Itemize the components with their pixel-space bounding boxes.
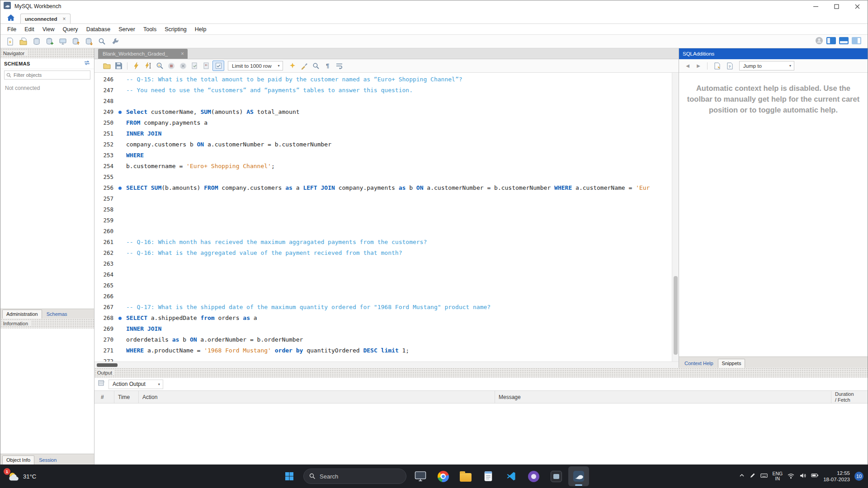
execute-icon[interactable] [130, 61, 142, 71]
battery-icon[interactable] [811, 472, 819, 480]
menu-item-server[interactable]: Server [114, 24, 139, 34]
menu-item-query[interactable]: Query [59, 24, 82, 34]
menu-item-view[interactable]: View [38, 24, 59, 34]
tray-keyboard-icon[interactable] [760, 472, 768, 480]
code-line[interactable]: 250FROM company.payments a [94, 117, 672, 128]
taskbar-app-purple[interactable] [523, 466, 544, 486]
toggle-right-panel-icon[interactable] [852, 37, 861, 46]
tab-context-help[interactable]: Context Help [681, 359, 717, 368]
horizontal-scrollbar-thumb[interactable] [97, 363, 118, 367]
code-line[interactable]: 255 [94, 172, 672, 183]
notifications-icon[interactable] [815, 37, 823, 47]
execute-current-icon[interactable] [142, 61, 154, 71]
data-import-icon[interactable] [70, 36, 82, 47]
code-line[interactable]: 265 [94, 280, 672, 291]
code-line[interactable]: 262-- Q-16: What is the aggregated value… [94, 248, 672, 258]
start-button[interactable] [279, 466, 300, 486]
code-line[interactable]: 248 [94, 96, 672, 107]
menu-item-tools[interactable]: Tools [139, 24, 160, 34]
vertical-scrollbar[interactable] [672, 73, 679, 361]
wifi-icon[interactable] [787, 472, 795, 481]
code-line[interactable]: 252company.customers b ON a.customerNumb… [94, 139, 672, 150]
jump-to-dropdown[interactable]: Jump to ▾ [739, 61, 794, 70]
horizontal-scrollbar[interactable] [94, 361, 679, 368]
close-editor-tab-icon[interactable]: × [181, 51, 184, 57]
weather-widget[interactable]: 1 31°C [7, 471, 36, 481]
rollback-icon[interactable] [201, 61, 212, 71]
find-icon[interactable] [310, 61, 322, 71]
taskbar-app-mysql-workbench[interactable] [568, 466, 589, 486]
sql-editor[interactable]: 246-- Q-15: What is the total amount to … [94, 73, 679, 361]
stop-icon[interactable] [165, 61, 177, 71]
vertical-scrollbar-thumb[interactable] [674, 276, 678, 355]
code-line[interactable]: 258 [94, 204, 672, 215]
menu-item-file[interactable]: File [3, 24, 20, 34]
code-line[interactable]: 257 [94, 193, 672, 204]
tab-unconnected[interactable]: unconnected × [20, 14, 71, 23]
taskbar-app-file-explorer[interactable] [455, 466, 476, 486]
minimize-button[interactable] [805, 0, 826, 12]
filter-objects-input[interactable] [4, 70, 90, 80]
tab-object-info[interactable]: Object Info [2, 455, 34, 465]
cleanup-icon[interactable] [298, 61, 310, 71]
search-icon[interactable] [96, 36, 108, 47]
toggle-left-panel-icon[interactable] [826, 37, 836, 46]
open-script-icon[interactable] [101, 61, 113, 71]
close-button[interactable] [847, 0, 868, 12]
schema-tree-area[interactable] [0, 95, 94, 309]
toggle-bottom-panel-icon[interactable] [839, 37, 849, 46]
code-line[interactable]: 253WHERE [94, 150, 672, 161]
tab-session[interactable]: Session [35, 456, 60, 465]
new-connection-icon[interactable] [30, 36, 42, 47]
code-line[interactable]: 261-- Q-16: Which month has recieved the… [94, 237, 672, 248]
toggle-autocommit-icon[interactable] [212, 61, 224, 71]
invisible-chars-icon[interactable]: ¶ [322, 61, 334, 71]
taskbar-app-vscode[interactable] [500, 466, 521, 486]
open-document-icon[interactable] [17, 36, 29, 47]
tray-pen-icon[interactable] [750, 472, 756, 480]
home-icon[interactable] [5, 12, 17, 23]
code-line[interactable]: 272 [94, 356, 672, 361]
menu-item-edit[interactable]: Edit [20, 24, 38, 34]
toggle-stop-on-error-icon[interactable] [177, 61, 189, 71]
code-line[interactable]: 251INNER JOIN [94, 128, 672, 139]
toggle-auto-help-icon[interactable]: ? [724, 61, 736, 71]
code-line[interactable]: 260 [94, 226, 672, 237]
sync-schemas-icon[interactable] [84, 60, 90, 68]
explain-icon[interactable] [154, 61, 165, 71]
new-script-icon[interactable] [4, 36, 16, 47]
code-line[interactable]: 246-- Q-15: What is the total amount to … [94, 74, 672, 85]
taskbar-search[interactable]: Search [303, 469, 406, 484]
tab-snippets[interactable]: Snippets [718, 359, 745, 368]
server-admin-icon[interactable] [57, 36, 69, 47]
close-tab-icon[interactable]: × [63, 16, 66, 22]
code-line[interactable]: 259 [94, 215, 672, 226]
taskbar-app-photos[interactable] [410, 466, 431, 486]
save-script-icon[interactable] [113, 61, 124, 71]
taskbar-app-chrome[interactable] [433, 466, 453, 486]
tab-schemas[interactable]: Schemas [43, 310, 71, 319]
new-schema-icon[interactable] [43, 36, 56, 47]
code-line[interactable]: 267-- Q-17: What is the shipped date of … [94, 302, 672, 313]
forward-icon[interactable]: ▶ [693, 61, 703, 71]
language-indicator[interactable]: ENG IN [772, 471, 783, 482]
code-line[interactable]: 249Select customerName, SUM(amounts) AS … [94, 107, 672, 117]
code-line[interactable]: 269INNER JOIN [94, 324, 672, 334]
limit-rows-dropdown[interactable]: Limit to 1000 row ▾ [228, 61, 283, 70]
taskbar-app-terminal[interactable] [546, 466, 566, 486]
taskbar-clock[interactable]: 12:55 18-07-2023 [823, 470, 850, 483]
code-line[interactable]: 271WHERE a.productName = '1968 Ford Must… [94, 345, 672, 356]
taskbar-app-notepad[interactable] [478, 466, 499, 486]
tray-chevron-up-icon[interactable] [739, 472, 745, 480]
code-line[interactable]: 264 [94, 269, 672, 280]
data-export-icon[interactable] [83, 36, 95, 47]
code-line[interactable]: 247-- You need to use the “customers” an… [94, 85, 672, 96]
code-line[interactable]: 256SELECT SUM(b.amounts) FROM company.cu… [94, 183, 672, 193]
commit-icon[interactable] [189, 61, 201, 71]
tab-administration[interactable]: Administration [2, 310, 42, 319]
context-help-doc-icon[interactable] [711, 61, 723, 71]
code-line[interactable]: 268SELECT a.shippedDate from orders as a [94, 313, 672, 324]
preferences-icon[interactable] [109, 36, 121, 47]
code-line[interactable]: 263 [94, 258, 672, 269]
notification-count-badge[interactable]: 10 [854, 472, 863, 481]
